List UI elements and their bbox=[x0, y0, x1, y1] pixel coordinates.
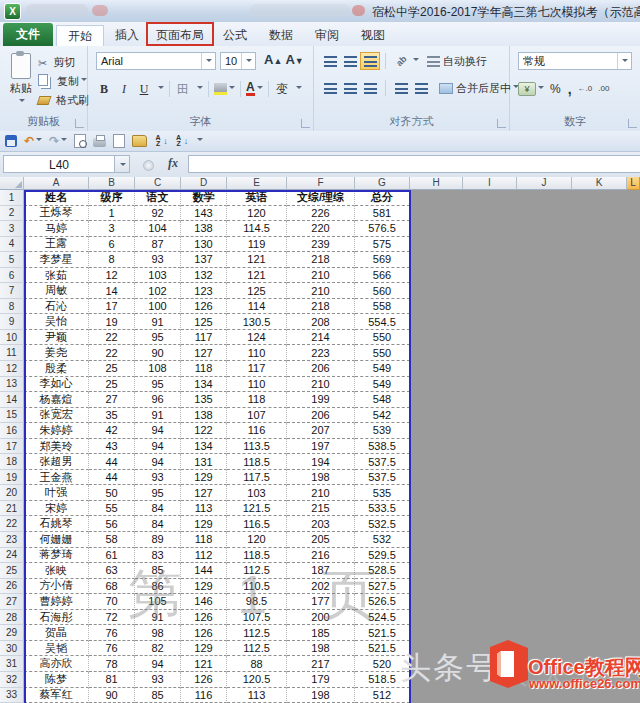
column-header-B[interactable]: B bbox=[89, 177, 135, 190]
cell[interactable]: 44 bbox=[89, 454, 135, 470]
row-number[interactable]: 16 bbox=[0, 423, 24, 439]
cell[interactable]: 521.5 bbox=[355, 625, 410, 641]
cell[interactable]: 200 bbox=[287, 610, 355, 626]
cell[interactable]: 121 bbox=[227, 268, 287, 284]
cell[interactable]: 558 bbox=[355, 299, 410, 315]
cell[interactable]: 张宽宏 bbox=[24, 408, 89, 424]
outside-print-area[interactable] bbox=[410, 516, 640, 532]
cell[interactable]: 110 bbox=[227, 345, 287, 361]
cell[interactable]: 116 bbox=[181, 688, 227, 703]
cell[interactable]: 114 bbox=[227, 299, 287, 315]
column-header-F[interactable]: F bbox=[287, 177, 355, 190]
cut-button[interactable]: ✂ 剪切 bbox=[38, 53, 89, 72]
column-header-G[interactable]: G bbox=[355, 177, 410, 190]
cell[interactable]: 85 bbox=[135, 563, 181, 579]
cell[interactable]: 532.5 bbox=[355, 516, 410, 532]
cell[interactable]: 94 bbox=[135, 454, 181, 470]
cell[interactable]: 86 bbox=[135, 579, 181, 595]
cell[interactable]: 1 bbox=[89, 206, 135, 222]
cell[interactable]: 575 bbox=[355, 237, 410, 253]
name-box-dropdown[interactable] bbox=[115, 155, 130, 173]
cell[interactable]: 68 bbox=[89, 579, 135, 595]
cell[interactable]: 134 bbox=[181, 377, 227, 393]
format-painter-button[interactable]: 格式刷 bbox=[38, 91, 89, 110]
cell[interactable]: 127 bbox=[181, 485, 227, 501]
cell[interactable]: 朱婷婷 bbox=[24, 423, 89, 439]
cell[interactable]: 121 bbox=[227, 252, 287, 268]
outside-print-area[interactable] bbox=[410, 579, 640, 595]
cell[interactable]: 8 bbox=[89, 252, 135, 268]
column-header-A[interactable]: A bbox=[24, 177, 89, 190]
cell[interactable]: 116.5 bbox=[227, 516, 287, 532]
cell[interactable]: 537.5 bbox=[355, 454, 410, 470]
cell[interactable]: 22 bbox=[89, 330, 135, 346]
chevron-down-icon[interactable] bbox=[617, 53, 631, 69]
chevron-down-icon[interactable] bbox=[197, 86, 203, 92]
cell[interactable]: 72 bbox=[89, 610, 135, 626]
cell[interactable]: 144 bbox=[181, 563, 227, 579]
cell[interactable]: 22 bbox=[89, 345, 135, 361]
outside-print-area[interactable] bbox=[410, 532, 640, 548]
cell[interactable]: 83 bbox=[135, 548, 181, 564]
merge-center-button[interactable]: 合并后居中 bbox=[439, 81, 519, 96]
font-size-combo[interactable]: 10 bbox=[220, 52, 256, 70]
cell[interactable]: 526.5 bbox=[355, 594, 410, 610]
header-cell[interactable]: 语文 bbox=[135, 190, 181, 206]
cell[interactable]: 王金燕 bbox=[24, 470, 89, 486]
cell[interactable]: 蒋梦琦 bbox=[24, 548, 89, 564]
row-number[interactable]: 13 bbox=[0, 377, 24, 393]
cell[interactable]: 85 bbox=[135, 688, 181, 703]
increase-indent-button[interactable] bbox=[411, 79, 431, 97]
row-number[interactable]: 30 bbox=[0, 641, 24, 657]
cell[interactable]: 208 bbox=[287, 314, 355, 330]
cell[interactable]: 35 bbox=[89, 408, 135, 424]
header-cell[interactable]: 姓名 bbox=[24, 190, 89, 206]
cell[interactable]: 120 bbox=[227, 206, 287, 222]
row-number[interactable]: 23 bbox=[0, 532, 24, 548]
cell[interactable]: 63 bbox=[89, 563, 135, 579]
cell[interactable]: 76 bbox=[89, 641, 135, 657]
chevron-down-icon[interactable] bbox=[538, 86, 544, 92]
cell[interactable]: 110 bbox=[227, 377, 287, 393]
save-button[interactable] bbox=[5, 135, 17, 147]
cell[interactable]: 19 bbox=[89, 314, 135, 330]
tab-view[interactable]: 视图 bbox=[352, 25, 394, 46]
outside-print-area[interactable] bbox=[410, 548, 640, 564]
outside-print-area[interactable] bbox=[410, 361, 640, 377]
phonetic-guide-button[interactable]: 变 bbox=[274, 81, 290, 98]
cell[interactable]: 210 bbox=[287, 268, 355, 284]
tab-formulas[interactable]: 公式 bbox=[214, 25, 256, 46]
row-number[interactable]: 28 bbox=[0, 610, 24, 626]
align-right-button[interactable] bbox=[360, 79, 380, 97]
cell[interactable]: 198 bbox=[287, 688, 355, 703]
cell[interactable]: 538.5 bbox=[355, 439, 410, 455]
row-number[interactable]: 3 bbox=[0, 221, 24, 237]
header-cell[interactable]: 级序 bbox=[89, 190, 135, 206]
cell[interactable]: 112.5 bbox=[227, 625, 287, 641]
cell[interactable]: 124 bbox=[227, 330, 287, 346]
cell[interactable]: 91 bbox=[135, 610, 181, 626]
cell[interactable]: 206 bbox=[287, 361, 355, 377]
cell[interactable]: 118 bbox=[227, 392, 287, 408]
cell[interactable]: 50 bbox=[89, 485, 135, 501]
cell[interactable]: 17 bbox=[89, 299, 135, 315]
cell[interactable]: 134 bbox=[181, 439, 227, 455]
italic-button[interactable]: I bbox=[116, 82, 132, 97]
align-left-button[interactable] bbox=[320, 79, 340, 97]
cell[interactable]: 533.5 bbox=[355, 501, 410, 517]
row-number[interactable]: 9 bbox=[0, 314, 24, 330]
cell[interactable]: 138 bbox=[181, 408, 227, 424]
cell[interactable]: 528.5 bbox=[355, 563, 410, 579]
bold-button[interactable]: B bbox=[96, 82, 112, 97]
header-cell[interactable]: 总分 bbox=[355, 190, 410, 206]
cell[interactable]: 532 bbox=[355, 532, 410, 548]
cell[interactable]: 6 bbox=[89, 237, 135, 253]
row-number[interactable]: 20 bbox=[0, 485, 24, 501]
outside-print-area[interactable] bbox=[410, 299, 640, 315]
cell[interactable]: 25 bbox=[89, 361, 135, 377]
cell[interactable]: 95 bbox=[135, 485, 181, 501]
cell[interactable]: 129 bbox=[181, 579, 227, 595]
chevron-down-icon[interactable] bbox=[296, 86, 302, 92]
cell[interactable]: 130 bbox=[181, 237, 227, 253]
cell[interactable]: 576.5 bbox=[355, 221, 410, 237]
